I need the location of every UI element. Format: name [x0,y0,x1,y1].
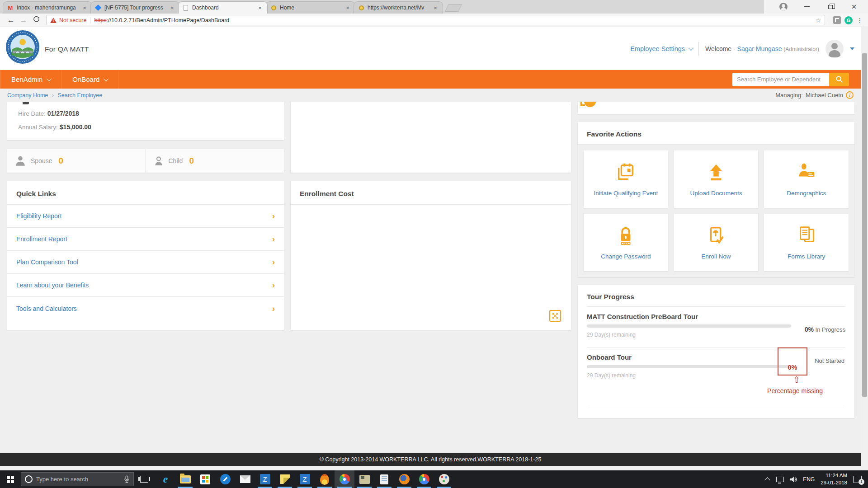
url-text[interactable]: https://10.0.2.71/BenAdmin/PTHomePage/Da… [94,17,229,23]
app-sticky-notes[interactable] [275,470,295,488]
action-upload-documents[interactable]: Upload Documents [674,150,759,208]
tab-gmail[interactable]: M Inbox - mahendramunga × [3,1,92,14]
action-enroll-now[interactable]: Enroll Now [674,214,759,271]
system-tray: ENG 11:24 AM 29-01-2018 1 [766,472,868,486]
taskbar-search[interactable]: Type here to search [21,472,134,486]
app-notepad[interactable] [374,470,394,488]
employee-settings-menu[interactable]: Employee Settings [630,45,692,52]
close-button[interactable]: × [848,2,860,11]
nav-onboard[interactable]: OnBoard [61,70,118,89]
app-file-explorer[interactable] [175,470,195,488]
chevron-right-icon: › [272,234,275,244]
app-chrome-2[interactable] [414,470,434,488]
tour-item-preboard: MATT Construction PreBoard Tour 29 Day(s… [587,307,845,347]
start-button[interactable] [0,470,21,488]
copyright-text: © Copyright 2013-2014 WORKTERRA LLC. All… [320,456,542,463]
tab-title: [NF-5775] Tour progress [104,5,169,11]
breadcrumb-search-employee[interactable]: Search Employee [57,92,102,99]
breadcrumb-company-home[interactable]: Company Home [7,92,48,99]
tray-expand-icon[interactable] [764,477,770,483]
tab-close-icon[interactable]: × [432,5,439,11]
current-user-link[interactable]: Sagar Mungase [737,45,782,52]
volume-icon[interactable] [790,476,797,483]
scrollbar-thumb[interactable] [862,53,867,397]
app-mail[interactable] [235,470,255,488]
chrome-menu-icon[interactable]: ⋮ [856,17,863,24]
chevron-down-icon [104,76,108,81]
restore-button[interactable] [825,2,836,11]
refresh-icon[interactable] [30,16,42,25]
app-microsoft-store[interactable] [195,470,215,488]
tab-dashboard-active[interactable]: Dashboard × [178,1,268,14]
page-scrollbar[interactable] [861,26,868,470]
tab-workterra[interactable]: https://workterra.net/Mv × [354,1,443,14]
action-change-password[interactable]: Change Password [584,214,668,271]
extension-icon[interactable] [833,16,841,24]
divider [90,17,90,23]
quick-link-learn-benefits[interactable]: Learn about your Benefits› [7,274,284,297]
app-flame[interactable] [315,470,335,488]
app-firefox[interactable] [394,470,414,488]
search-button[interactable] [829,73,849,86]
search-input[interactable] [732,73,829,86]
grammarly-icon[interactable]: G [844,16,853,24]
quick-link-plan-comparison[interactable]: Plan Comparison Tool› [7,251,284,274]
user-menu-caret-icon[interactable] [850,47,854,50]
app-zimbra-2[interactable]: Z [295,470,315,488]
child-cell[interactable]: Child 0 [146,149,284,173]
nav-benadmin[interactable]: BenAdmin [0,70,61,89]
tab-close-icon[interactable]: × [169,5,176,11]
quick-link-enrollment-report[interactable]: Enrollment Report› [7,228,284,251]
address-bar[interactable]: ! Not secure https://10.0.2.71/BenAdmin/… [46,15,825,25]
chevron-down-icon [47,76,52,81]
tour-status: Not Started [815,357,844,364]
avatar[interactable] [826,40,844,58]
action-forms-library[interactable]: Forms Library [764,214,849,271]
right-column: Favorite Actions Initiate Qualifying Eve… [578,102,854,418]
minimize-button[interactable] [801,2,813,11]
browser-profile-icon[interactable] [778,2,789,11]
app-settings-tool[interactable] [215,470,235,488]
forward-icon[interactable]: → [17,16,30,25]
not-secure-label[interactable]: Not secure [59,17,86,23]
windows-logo-icon [7,476,14,483]
app-internet-explorer[interactable]: e [156,470,175,488]
app-machine-tool[interactable] [354,470,374,488]
action-demographics[interactable]: Demographics [764,150,849,208]
gmail-icon: M [7,4,14,11]
tab-home[interactable]: Home × [266,1,355,14]
tab-close-icon[interactable]: × [256,5,264,11]
app-zimbra-1[interactable]: Z [255,470,275,488]
dependents-card: Spouse 0 Child 0 [7,149,284,173]
network-icon[interactable] [776,477,784,482]
store-icon [200,474,210,484]
clipped-clock-icon [584,102,596,107]
task-view-icon[interactable] [140,476,148,483]
expand-chart-button[interactable] [549,310,561,322]
info-icon[interactable]: i [846,91,854,99]
app-chrome-active[interactable] [335,470,354,488]
app-paint[interactable] [434,470,454,488]
quick-link-tools-calculators[interactable]: Tools and Calculators› [7,297,284,320]
file-explorer-icon [180,475,191,483]
tab-jira[interactable]: [NF-5775] Tour progress × [90,1,180,14]
windows-taskbar: Type here to search e Z Z ENG [0,470,868,488]
spouse-cell[interactable]: Spouse 0 [7,149,146,173]
bookmark-star-icon[interactable]: ☆ [815,17,821,24]
window-controls: × [764,0,868,14]
tab-title: Home [280,5,344,11]
action-initiate-qualifying-event[interactable]: Initiate Qualifying Event [584,150,668,208]
tab-close-icon[interactable]: × [81,5,88,11]
left-column: Hire Date:01/27/2018 Annual Salary:$15,0… [7,102,284,330]
zimbra-icon: Z [300,474,310,484]
new-tab-button[interactable] [445,4,462,12]
workterra-icon [358,4,365,11]
quick-link-eligibility-report[interactable]: Eligibility Report› [7,205,284,228]
clock[interactable]: 11:24 AM 29-01-2018 [821,472,847,486]
back-icon[interactable]: ← [5,16,17,25]
progress-bar [587,324,791,328]
tab-close-icon[interactable]: × [344,5,351,11]
not-secure-warning-icon[interactable]: ! [50,18,57,23]
action-center-icon[interactable]: 1 [853,476,862,483]
language-indicator[interactable]: ENG [803,476,815,483]
